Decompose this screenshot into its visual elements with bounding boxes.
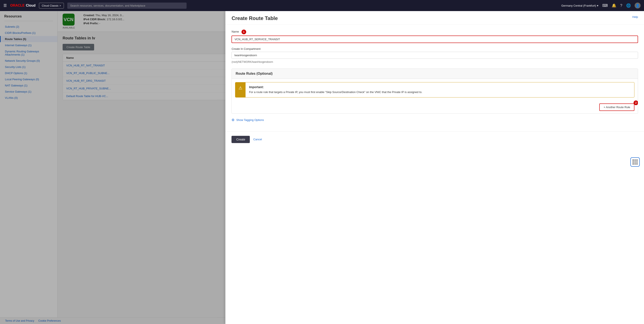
another-route-wrapper: + Another Route Rule 2 (232, 101, 638, 113)
dot (636, 161, 638, 163)
hamburger-menu[interactable]: ☰ (4, 3, 7, 8)
avatar-icon: 👤 (636, 3, 640, 8)
step-2-badge: 2 (634, 100, 638, 105)
panel-footer: Create Cancel (226, 131, 644, 147)
important-content: Important: For a route rule that targets… (246, 82, 426, 97)
search-input[interactable] (67, 2, 186, 9)
important-sidebar-bar: ⚠ (235, 82, 246, 97)
important-box: ⚠ Important: For a route rule that targe… (235, 82, 634, 97)
oracle-logo: ORACLE Cloud (10, 3, 36, 7)
region-label: Germany Central (Frankfurt) (561, 4, 596, 7)
compartment-select[interactable]: IwanHoogendoorn (232, 52, 638, 59)
compartment-select-wrapper: IwanHoogendoorn (root)/NETWORK/IwanHooge… (232, 52, 638, 64)
name-input[interactable] (232, 35, 638, 43)
another-route-rule-button[interactable]: + Another Route Rule (599, 103, 634, 111)
important-title: Important: (249, 85, 422, 89)
compartment-label: Create In Compartment (232, 47, 638, 50)
panel-title: Create Route Table (232, 15, 278, 21)
cloud-classic-button[interactable]: Cloud Classic > (39, 3, 64, 8)
create-route-table-panel: Create Route Table Help Name 1 Create In… (225, 11, 644, 324)
show-tagging-options[interactable]: ⚙ Show Tagging Options (232, 118, 638, 122)
dot (634, 161, 636, 163)
step-1-badge: 1 (242, 29, 246, 34)
dot (636, 159, 638, 161)
oracle-text: ORACLE (10, 3, 25, 7)
chevron-down-icon: ▾ (597, 4, 598, 7)
dot (636, 163, 638, 165)
route-rules-header: Route Rules (Optional) (232, 69, 638, 79)
question-icon[interactable]: ? (620, 3, 622, 8)
name-label: Name 1 (232, 29, 638, 34)
user-avatar[interactable]: 👤 (635, 2, 640, 8)
help-widget[interactable] (630, 157, 640, 167)
dot (632, 163, 634, 165)
top-navigation: ☰ ORACLE Cloud Cloud Classic > Germany C… (0, 0, 644, 11)
create-button[interactable]: Create (232, 136, 250, 143)
show-tagging-label: Show Tagging Options (236, 118, 264, 122)
region-selector[interactable]: Germany Central (Frankfurt) ▾ (561, 4, 598, 7)
compartment-path: (root)/NETWORK/IwanHoogendoorn (232, 60, 638, 64)
dot (634, 163, 636, 165)
cancel-link[interactable]: Cancel (253, 138, 262, 141)
dot (634, 159, 636, 161)
panel-body: Name 1 Create In Compartment IwanHoogend… (226, 24, 644, 127)
dot (632, 159, 634, 161)
route-rules-box: Route Rules (Optional) ⚠ Important: For … (232, 68, 638, 114)
warning-icon: ⚠ (238, 85, 242, 90)
panel-header: Create Route Table Help (226, 11, 644, 24)
compartment-form-group: Create In Compartment IwanHoogendoorn (r… (232, 47, 638, 64)
code-icon[interactable]: ⌨ (602, 3, 608, 8)
name-form-group: Name 1 (232, 29, 638, 43)
globe-icon[interactable]: 🌐 (626, 3, 631, 8)
tagging-icon: ⚙ (232, 118, 234, 122)
widget-dots (632, 159, 638, 165)
dot (632, 161, 634, 163)
important-text: For a route rule that targets a Private … (249, 90, 422, 94)
bell-icon[interactable]: 🔔 (612, 3, 616, 8)
nav-right: Germany Central (Frankfurt) ▾ ⌨ 🔔 ? 🌐 👤 (561, 2, 640, 8)
cloud-text: Cloud (26, 3, 36, 7)
panel-help-link[interactable]: Help (632, 15, 638, 18)
